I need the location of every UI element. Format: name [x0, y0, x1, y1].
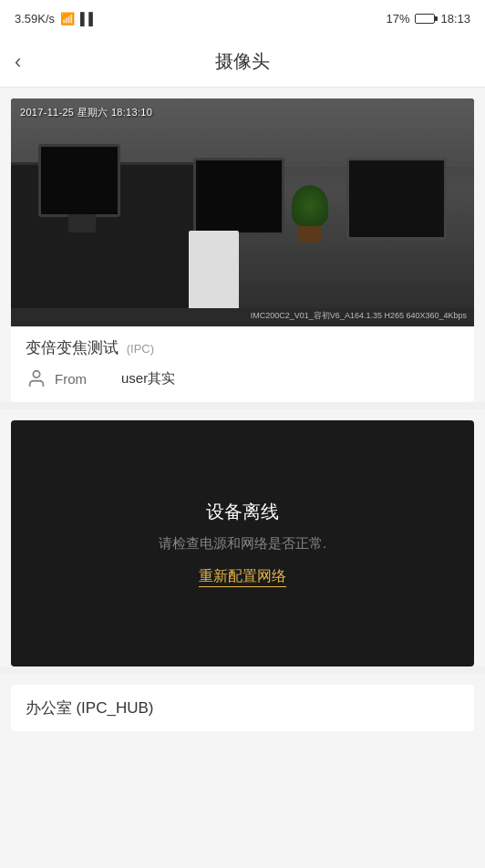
scene-monitor-left	[38, 144, 120, 217]
offline-desc: 请检查电源和网络是否正常.	[159, 535, 326, 553]
camera-info-1: 变倍变焦测试 (IPC) From user其实	[11, 326, 474, 402]
status-bar: 3.59K/s 📶 ▌▌ 17% 18:13	[0, 0, 485, 36]
time-display: 18:13	[440, 12, 470, 26]
bottom-camera-tag: (IPC_HUB)	[76, 699, 153, 717]
camera-name-text: 变倍变焦测试	[26, 339, 119, 356]
from-user: user其实	[121, 370, 175, 388]
wifi-icon: 📶	[60, 12, 75, 26]
signal-icon: ▌▌	[80, 12, 97, 26]
camera-overlay-info: IMC200C2_V01_容初V6_A164.1.35 H265 640X360…	[251, 310, 467, 322]
status-right: 17% 18:13	[386, 12, 470, 26]
scene-monitor-right	[346, 158, 447, 240]
battery-percent: 17%	[386, 12, 409, 26]
camera-from-row: From user其实	[26, 367, 459, 389]
network-speed: 3.59K/s	[15, 12, 55, 26]
bottom-camera-name: 办公室	[26, 699, 72, 717]
back-button[interactable]: ‹	[15, 50, 21, 74]
camera-card-2-offline[interactable]: 设备离线 请检查电源和网络是否正常. 重新配置网络	[11, 420, 474, 666]
offline-title: 设备离线	[206, 500, 279, 524]
scene-plant-leaves	[292, 185, 328, 226]
from-label: From	[55, 371, 87, 387]
scene-white-box	[189, 231, 239, 313]
nav-bar: ‹ 摄像头	[0, 36, 485, 88]
reconfigure-button[interactable]: 重新配置网络	[199, 567, 286, 587]
camera-scene	[11, 98, 474, 326]
divider-2	[0, 666, 485, 674]
page-title: 摄像头	[215, 49, 270, 74]
camera-feed-1[interactable]: 2017-11-25 星期六 18:13:10 IMC200C2_V01_容初V…	[11, 98, 474, 326]
svg-point-0	[33, 371, 39, 377]
camera-timestamp: 2017-11-25 星期六 18:13:10	[20, 106, 152, 119]
status-left: 3.59K/s 📶 ▌▌	[15, 12, 98, 26]
divider-1	[0, 402, 485, 409]
scene-plant-pot	[298, 226, 322, 243]
camera-card-1: 2017-11-25 星期六 18:13:10 IMC200C2_V01_容初V…	[11, 98, 474, 402]
camera-name-1: 变倍变焦测试 (IPC)	[26, 337, 459, 358]
user-icon	[26, 367, 47, 389]
battery-icon	[415, 14, 435, 24]
scene-plant	[292, 185, 328, 240]
scene-monitor-mid	[193, 158, 284, 235]
bottom-card: 办公室 (IPC_HUB)	[11, 685, 474, 731]
camera-tag-1: (IPC)	[127, 342, 154, 356]
